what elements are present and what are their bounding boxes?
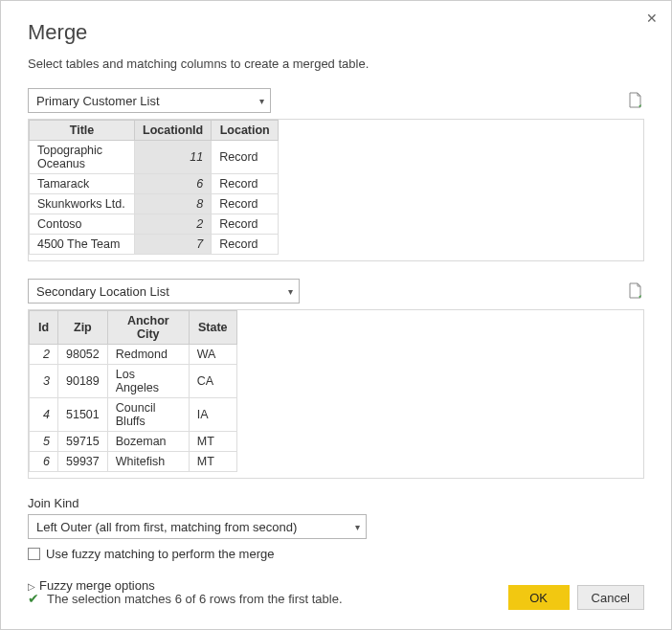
cell: 2 — [30, 345, 58, 365]
cell: Tamarack — [30, 174, 135, 194]
chevron-down-icon: ▾ — [355, 522, 360, 532]
cell: Whitefish — [107, 452, 189, 472]
refresh-primary-icon[interactable] — [627, 92, 642, 109]
cell: Contoso — [30, 214, 135, 235]
cell: 7 — [135, 235, 212, 255]
cell: Topographic Oceanus — [30, 141, 135, 174]
cell: 8 — [135, 194, 212, 214]
col-header[interactable]: Zip — [58, 311, 108, 345]
cell: 51501 — [58, 398, 108, 432]
cell: WA — [189, 345, 236, 365]
primary-table-dropdown[interactable]: Primary Customer List ▾ — [28, 88, 271, 113]
join-kind-selected: Left Outer (all from first, matching fro… — [36, 520, 297, 534]
table-row: 659937WhitefishMT — [30, 452, 237, 472]
cell: 2 — [135, 214, 212, 235]
ok-button[interactable]: OK — [508, 585, 570, 610]
table-row: 298052RedmondWA — [30, 345, 237, 365]
cell: Redmond — [107, 345, 189, 365]
cell: 6 — [30, 452, 58, 472]
secondary-table-dropdown[interactable]: Secondary Location List ▾ — [28, 279, 300, 304]
dialog-title: Merge — [28, 20, 644, 45]
cell: Skunkworks Ltd. — [30, 194, 135, 214]
table-row: Topographic Oceanus11Record — [30, 141, 279, 174]
cell: 6 — [135, 174, 212, 194]
dialog-subtitle: Select tables and matching columns to cr… — [28, 56, 644, 71]
cell: Council Bluffs — [107, 398, 189, 432]
col-header[interactable]: State — [189, 311, 236, 345]
cell: 5 — [30, 432, 58, 452]
cell: Bozeman — [107, 432, 189, 452]
table-row: 559715BozemanMT — [30, 432, 237, 452]
secondary-preview-table: Id Zip Anchor City State 298052RedmondWA… — [29, 310, 237, 472]
cell: Record — [212, 174, 279, 194]
chevron-down-icon: ▾ — [259, 96, 264, 106]
cell: IA — [189, 398, 236, 432]
table-row: Contoso2Record — [30, 214, 279, 235]
primary-preview-table: Title LocationId Location Topographic Oc… — [29, 120, 279, 255]
chevron-down-icon: ▾ — [288, 286, 293, 297]
secondary-table-dropdown-label: Secondary Location List — [36, 284, 169, 299]
cell: 4500 The Team — [30, 235, 135, 255]
fuzzy-matching-label: Use fuzzy matching to perform the merge — [46, 547, 274, 561]
cell: Record — [212, 235, 279, 255]
close-icon[interactable]: ✕ — [646, 11, 658, 26]
primary-table-dropdown-label: Primary Customer List — [36, 94, 160, 108]
table-row: 4500 The Team7Record — [30, 235, 279, 255]
cell: 98052 — [58, 345, 108, 365]
cell: Los Angeles — [107, 365, 189, 398]
cell: 59715 — [58, 432, 108, 452]
table-row: 451501Council BluffsIA — [30, 398, 237, 432]
cell: MT — [189, 452, 236, 472]
table-row: 390189Los AngelesCA — [30, 365, 237, 398]
cell: 4 — [30, 398, 58, 432]
join-kind-dropdown[interactable]: Left Outer (all from first, matching fro… — [28, 514, 367, 539]
table-row: Tamarack6Record — [30, 174, 279, 194]
cell: 59937 — [58, 452, 108, 472]
col-header[interactable]: Anchor City — [107, 311, 189, 345]
cell: 3 — [30, 365, 58, 398]
table-row: Skunkworks Ltd.8Record — [30, 194, 279, 214]
cell: Record — [212, 141, 279, 174]
col-header[interactable]: Title — [30, 121, 135, 141]
status-text: The selection matches 6 of 6 rows from t… — [47, 592, 343, 606]
cancel-button[interactable]: Cancel — [577, 585, 644, 610]
cell: MT — [189, 432, 236, 452]
join-kind-label: Join Kind — [28, 496, 644, 510]
refresh-secondary-icon[interactable] — [627, 282, 642, 300]
fuzzy-matching-checkbox[interactable] — [28, 548, 40, 560]
col-header[interactable]: Location — [212, 121, 279, 141]
col-header-selected[interactable]: LocationId — [135, 121, 212, 141]
cell: Record — [212, 214, 279, 235]
cell: Record — [212, 194, 279, 214]
cell: 90189 — [58, 365, 108, 398]
cell: 11 — [135, 141, 212, 174]
col-header[interactable]: Id — [30, 311, 58, 345]
checkmark-icon: ✔ — [28, 591, 39, 606]
cell: CA — [189, 365, 236, 398]
